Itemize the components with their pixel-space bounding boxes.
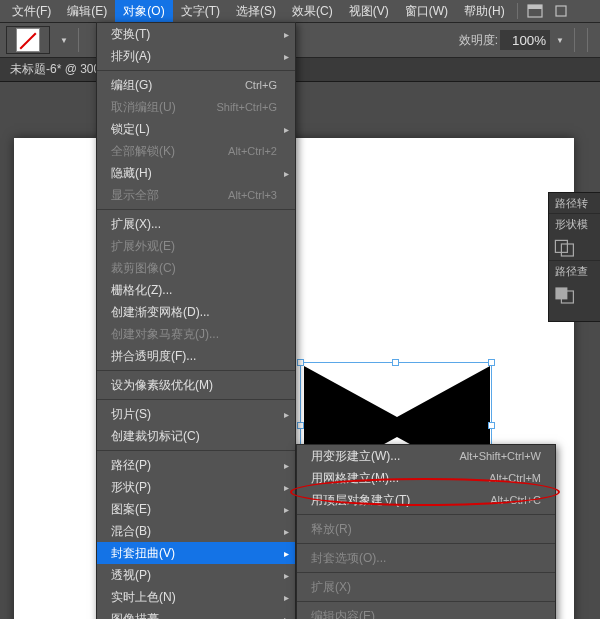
submenu-item: 释放(R) <box>297 518 555 540</box>
menu-item: 取消编组(U)Shift+Ctrl+G <box>97 96 295 118</box>
menu-item[interactable]: 编组(G)Ctrl+G <box>97 74 295 96</box>
pathfinder-icon[interactable] <box>553 285 577 305</box>
chevron-down-icon[interactable]: ▼ <box>60 36 68 45</box>
menu-item-label: 取消编组(U) <box>111 99 176 116</box>
submenu-item-label: 用网格建立(M)... <box>311 470 399 487</box>
submenu-item: 封套选项(O)... <box>297 547 555 569</box>
menu-shortcut: Shift+Ctrl+G <box>216 101 277 113</box>
chevron-down-icon[interactable]: ▼ <box>556 36 564 45</box>
submenu-item-label: 用顶层对象建立(T) <box>311 492 410 509</box>
menu-item[interactable]: 设为像素级优化(M) <box>97 374 295 396</box>
menu-effect[interactable]: 效果(C) <box>284 0 341 23</box>
menu-item[interactable]: 图案(E) <box>97 498 295 520</box>
opacity-input[interactable] <box>500 30 550 50</box>
separator <box>297 543 555 544</box>
menu-item-label: 混合(B) <box>111 523 151 540</box>
menu-help[interactable]: 帮助(H) <box>456 0 513 23</box>
menu-item-label: 裁剪图像(C) <box>111 260 176 277</box>
menu-select[interactable]: 选择(S) <box>228 0 284 23</box>
menu-item: 裁剪图像(C) <box>97 257 295 279</box>
menu-item-label: 显示全部 <box>111 187 159 204</box>
panel-tab-pathfinder[interactable]: 路径转 <box>549 193 600 213</box>
menu-item[interactable]: 变换(T) <box>97 23 295 45</box>
menu-item[interactable]: 混合(B) <box>97 520 295 542</box>
menu-edit[interactable]: 编辑(E) <box>59 0 115 23</box>
submenu-item-label: 编辑内容(E) <box>311 608 375 620</box>
menu-item[interactable]: 排列(A) <box>97 45 295 67</box>
options-bar: ▼ 效明度: ▼ <box>0 22 600 58</box>
object-menu-dropdown: 变换(T)排列(A)编组(G)Ctrl+G取消编组(U)Shift+Ctrl+G… <box>96 22 296 619</box>
menu-item-label: 锁定(L) <box>111 121 150 138</box>
menu-item-label: 扩展(X)... <box>111 216 161 233</box>
menu-view[interactable]: 视图(V) <box>341 0 397 23</box>
menu-item: 全部解锁(K)Alt+Ctrl+2 <box>97 140 295 162</box>
submenu-item-label: 释放(R) <box>311 521 352 538</box>
menu-item[interactable]: 锁定(L) <box>97 118 295 140</box>
separator <box>97 399 295 400</box>
panel-tab-pathfinder2[interactable]: 路径查 <box>549 261 600 281</box>
panel-tab-shapemode[interactable]: 形状模 <box>549 214 600 234</box>
right-panel: 路径转 形状模 路径查 <box>548 192 600 322</box>
menu-file[interactable]: 文件(F) <box>4 0 59 23</box>
submenu-item[interactable]: 用变形建立(W)...Alt+Shift+Ctrl+W <box>297 445 555 467</box>
menu-item[interactable]: 切片(S) <box>97 403 295 425</box>
menu-item[interactable]: 创建裁切标记(C) <box>97 425 295 447</box>
menu-item-label: 隐藏(H) <box>111 165 152 182</box>
menu-item[interactable]: 路径(P) <box>97 454 295 476</box>
submenu-item-label: 封套选项(O)... <box>311 550 386 567</box>
submenu-item[interactable]: 用网格建立(M)...Alt+Ctrl+M <box>297 467 555 489</box>
menu-object[interactable]: 对象(O) <box>115 0 172 23</box>
separator <box>297 572 555 573</box>
document-tab[interactable]: 未标题-6* @ 300% <box>0 58 600 82</box>
menu-item[interactable]: 栅格化(Z)... <box>97 279 295 301</box>
menu-item-label: 编组(G) <box>111 77 152 94</box>
menu-item[interactable]: 创建渐变网格(D)... <box>97 301 295 323</box>
submenu-item[interactable]: 用顶层对象建立(T)Alt+Ctrl+C <box>297 489 555 511</box>
menu-item-label: 创建渐变网格(D)... <box>111 304 210 321</box>
menu-type[interactable]: 文字(T) <box>173 0 228 23</box>
menu-item-label: 创建裁切标记(C) <box>111 428 200 445</box>
menu-item-label: 形状(P) <box>111 479 151 496</box>
divider <box>574 28 575 52</box>
menu-item[interactable]: 透视(P) <box>97 564 295 586</box>
handle-tl[interactable] <box>297 359 304 366</box>
menu-item[interactable]: 实时上色(N) <box>97 586 295 608</box>
menu-item-label: 拼合透明度(F)... <box>111 348 196 365</box>
svg-rect-2 <box>556 6 566 16</box>
svg-rect-1 <box>528 5 542 9</box>
submenu-shortcut: Alt+Ctrl+C <box>490 494 541 506</box>
menu-item[interactable]: 形状(P) <box>97 476 295 498</box>
handle-l[interactable] <box>297 422 304 429</box>
arrange-icon[interactable] <box>550 2 572 20</box>
fill-swatch[interactable] <box>6 26 50 54</box>
handle-t[interactable] <box>392 359 399 366</box>
menu-shortcut: Ctrl+G <box>245 79 277 91</box>
separator <box>97 450 295 451</box>
menu-item-label: 全部解锁(K) <box>111 143 175 160</box>
menu-item-label: 扩展外观(E) <box>111 238 175 255</box>
divider <box>517 3 518 19</box>
menu-item[interactable]: 图像描摹 <box>97 608 295 619</box>
menu-item: 显示全部Alt+Ctrl+3 <box>97 184 295 206</box>
submenu-item-label: 用变形建立(W)... <box>311 448 400 465</box>
menu-shortcut: Alt+Ctrl+3 <box>228 189 277 201</box>
menu-item-label: 图案(E) <box>111 501 151 518</box>
menu-item-label: 设为像素级优化(M) <box>111 377 213 394</box>
menu-item[interactable]: 隐藏(H) <box>97 162 295 184</box>
menu-window[interactable]: 窗口(W) <box>397 0 456 23</box>
separator <box>97 370 295 371</box>
menu-item-label: 变换(T) <box>111 26 150 43</box>
submenu-item: 扩展(X) <box>297 576 555 598</box>
shape-mode-icon[interactable] <box>553 238 577 258</box>
handle-tr[interactable] <box>488 359 495 366</box>
separator <box>97 70 295 71</box>
bridge-icon[interactable] <box>524 2 546 20</box>
menu-item[interactable]: 扩展(X)... <box>97 213 295 235</box>
submenu-shortcut: Alt+Ctrl+M <box>489 472 541 484</box>
handle-r[interactable] <box>488 422 495 429</box>
menu-item-label: 封套扭曲(V) <box>111 545 175 562</box>
separator <box>297 601 555 602</box>
menu-item[interactable]: 封套扭曲(V) <box>97 542 295 564</box>
submenu-shortcut: Alt+Shift+Ctrl+W <box>459 450 541 462</box>
menu-item[interactable]: 拼合透明度(F)... <box>97 345 295 367</box>
